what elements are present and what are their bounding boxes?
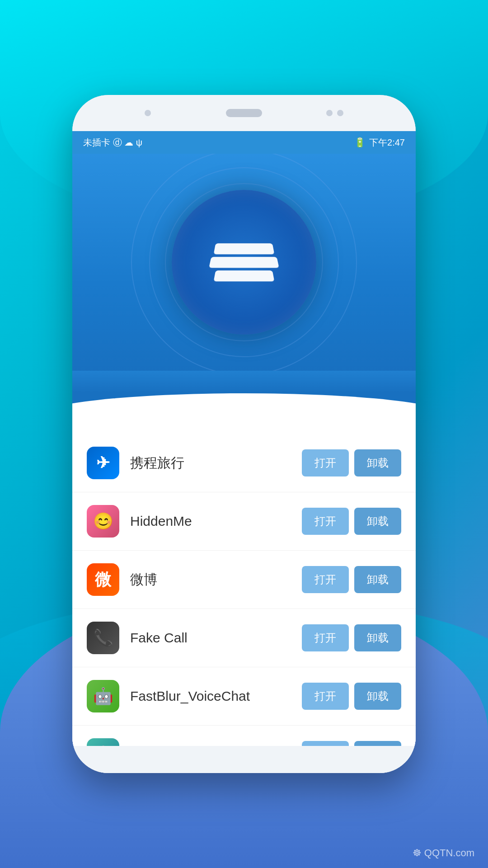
list-item: ✈ 携程旅行 打开 卸载 [72, 434, 416, 492]
earpiece-speaker [226, 109, 262, 117]
sensor-dot-1 [326, 110, 333, 116]
hiddenme-icon-shape: 😊 [87, 505, 119, 538]
uninstall-btn-ctrip[interactable]: 卸载 [354, 449, 401, 476]
btn-group-weibo: 打开 卸载 [302, 566, 401, 593]
phone-bottom-bar [72, 746, 416, 773]
list-item: 🤖 FastBlur_VoiceChat 打开 卸载 [72, 667, 416, 726]
sensor-dot-2 [337, 110, 343, 116]
app-name-fakecall: Fake Call [130, 630, 291, 646]
uninstall-btn-weibo[interactable]: 卸载 [354, 566, 401, 593]
watermark: ☸ QQTN.com [413, 847, 474, 859]
open-btn-fastblur[interactable]: 打开 [302, 683, 349, 710]
btn-group-facedemo: 打开 卸载 [302, 741, 401, 746]
open-btn-fakecall[interactable]: 打开 [302, 624, 349, 651]
app-name-ctrip: 携程旅行 [130, 454, 291, 472]
open-btn-weibo[interactable]: 打开 [302, 566, 349, 593]
app-name-weibo: 微博 [130, 571, 291, 589]
open-btn-hiddenme[interactable]: 打开 [302, 508, 349, 535]
app-icon-weibo: 微 [87, 563, 119, 596]
list-item: 📞 Fake Call 打开 卸载 [72, 609, 416, 667]
status-left-text: 未插卡 ⓓ ☁ ψ [83, 137, 142, 149]
list-item: 🤖 FaceDemo 打开 卸载 [72, 726, 416, 746]
app-name-hiddenme: HiddenMe [130, 514, 291, 529]
status-right: 🔋 下午2:47 [354, 137, 405, 149]
btn-group-fakecall: 打开 卸载 [302, 624, 401, 651]
app-icon-hiddenme: 😊 [87, 505, 119, 538]
front-camera [145, 110, 151, 116]
app-icon-facedemo: 🤖 [87, 738, 119, 746]
facedemo-icon-shape: 🤖 [87, 738, 119, 746]
status-left: 未插卡 ⓓ ☁ ψ [83, 137, 142, 149]
app-icon-fakecall: 📞 [87, 622, 119, 654]
btn-group-ctrip: 打开 卸载 [302, 449, 401, 476]
open-btn-facedemo[interactable]: 打开 [302, 741, 349, 746]
list-item: 😊 HiddenMe 打开 卸载 [72, 492, 416, 551]
app-list[interactable]: ✈ 携程旅行 打开 卸载 😊 HiddenMe 打开 卸载 [72, 425, 416, 746]
phone-frame: 未插卡 ⓓ ☁ ψ 🔋 下午2:47 [72, 95, 416, 773]
phone-screen: 未插卡 ⓓ ☁ ψ 🔋 下午2:47 [72, 131, 416, 746]
battery-icon: 🔋 [354, 137, 366, 148]
list-item: 微 微博 打开 卸载 [72, 551, 416, 609]
status-time: 下午2:47 [369, 137, 405, 149]
uninstall-btn-facedemo[interactable]: 卸载 [354, 741, 401, 746]
status-bar: 未插卡 ⓓ ☁ ψ 🔋 下午2:47 [72, 131, 416, 154]
stack-icon [210, 242, 278, 282]
wave-divider [72, 371, 416, 425]
phone-top-bar [72, 95, 416, 131]
open-btn-ctrip[interactable]: 打开 [302, 449, 349, 476]
watermark-text: ☸ QQTN.com [413, 847, 474, 859]
uninstall-btn-hiddenme[interactable]: 卸载 [354, 508, 401, 535]
weibo-icon-shape: 微 [87, 563, 119, 596]
stack-layer-1 [214, 243, 275, 254]
btn-group-hiddenme: 打开 卸载 [302, 508, 401, 535]
sensor-dots [326, 110, 343, 116]
stack-layer-2 [209, 257, 279, 268]
stack-layer-3 [214, 270, 275, 281]
fastblur-icon-shape: 🤖 [87, 680, 119, 712]
ctrip-icon-shape: ✈ [87, 447, 119, 479]
uninstall-btn-fakecall[interactable]: 卸载 [354, 624, 401, 651]
app-icon-ctrip: ✈ [87, 447, 119, 479]
btn-group-fastblur: 打开 卸载 [302, 683, 401, 710]
app-name-fastblur: FastBlur_VoiceChat [130, 689, 291, 704]
uninstall-btn-fastblur[interactable]: 卸载 [354, 683, 401, 710]
app-icon-fastblur: 🤖 [87, 680, 119, 712]
app-header [72, 154, 416, 371]
fakecall-icon-shape: 📞 [87, 622, 119, 654]
